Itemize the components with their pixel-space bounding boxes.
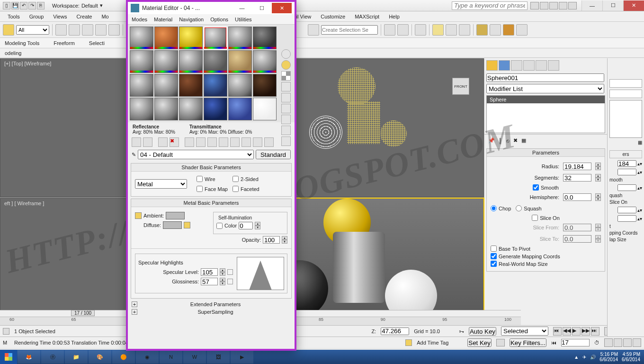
selfillum-spinner[interactable]: ▲▼ [255, 222, 260, 229]
material-slot[interactable] [253, 27, 277, 49]
make-unique-icon[interactable]: ⎋ [506, 138, 510, 144]
show-end-icon[interactable]: ║ [499, 138, 502, 144]
gloss-spinner[interactable]: ▲▼ [220, 278, 225, 285]
redo-icon[interactable]: ↷ [28, 2, 36, 9]
segments-input[interactable] [563, 174, 591, 182]
opacity-spinner[interactable]: ▲▼ [282, 236, 287, 244]
me-maximize-button[interactable]: ☐ [252, 3, 272, 13]
orbit-icon[interactable] [623, 338, 632, 347]
taskbar-photos-icon[interactable]: 🖼 [207, 350, 230, 364]
minimize-button[interactable]: — [581, 0, 602, 11]
hemisphere-spinner[interactable]: ▲▼ [595, 193, 601, 201]
remove-icon[interactable]: ✖ [513, 137, 518, 144]
start-button[interactable] [0, 350, 17, 364]
tray-vol-icon[interactable]: 🔊 [590, 355, 596, 360]
help-search-input[interactable] [452, 1, 528, 10]
add-time-tag[interactable]: Add Time Tag [417, 340, 448, 346]
facemap-checkbox[interactable] [197, 186, 203, 192]
speclevel-map-slot[interactable] [227, 269, 233, 275]
material-slot[interactable] [204, 74, 227, 97]
current-frame-input[interactable] [561, 339, 590, 346]
material-slot[interactable] [154, 27, 178, 49]
menu-modifiers[interactable]: Mo [101, 14, 108, 19]
save-icon[interactable]: 💾 [11, 2, 19, 9]
reset-icon[interactable]: ✖ [170, 137, 179, 147]
pin-strip[interactable]: ▦ [609, 140, 642, 150]
selfillum-input[interactable] [239, 222, 253, 229]
viewport-label[interactable]: [+] [Top] [Wireframe] [4, 61, 51, 66]
material-editor-window[interactable]: Material Editor - 04 - ... — ☐ ✕ Modes M… [126, 0, 296, 351]
render-setup-icon[interactable] [476, 24, 488, 36]
speclevel-spinner[interactable]: ▲▼ [220, 268, 225, 276]
object-name-input[interactable] [486, 73, 604, 82]
teapot-icon[interactable] [516, 24, 528, 36]
material-slot[interactable] [253, 50, 277, 73]
viewport-label[interactable]: eft ] [ Wireframe ] [4, 200, 44, 206]
material-slot[interactable] [154, 50, 178, 73]
material-slot[interactable] [179, 27, 203, 49]
shader-type-select[interactable]: Metal [135, 179, 187, 189]
backlight-icon[interactable] [281, 60, 291, 70]
create-tab-icon[interactable] [486, 60, 498, 71]
show-end-icon[interactable] [242, 137, 251, 147]
taskbar-explorer-icon[interactable]: 📁 [65, 350, 88, 364]
workspace-selector[interactable]: Workspace: Default ▾ [47, 2, 107, 9]
taskbar-media-icon[interactable]: ▶ [231, 350, 253, 364]
chop-radio[interactable] [491, 205, 497, 211]
menu-create[interactable]: Create [76, 14, 92, 19]
time-slider-badge[interactable]: 17 / 100 [71, 310, 95, 316]
me-menu-navigation[interactable]: Navigation [179, 17, 204, 22]
sample-type-icon[interactable] [281, 49, 291, 59]
select-by-mat-icon[interactable] [281, 126, 291, 135]
supersampling-rollout[interactable]: +SuperSampling [128, 308, 295, 316]
me-minimize-button[interactable]: — [232, 3, 252, 13]
get-material-icon[interactable] [132, 137, 141, 147]
zoom-ext-icon[interactable] [604, 338, 613, 347]
material-slot[interactable] [253, 98, 277, 120]
help-icon[interactable] [568, 2, 577, 9]
system-tray[interactable]: ▲ ✈ 🔊 5:16 PM 6/6/2014 4:59 PM 6/6/2014 [570, 352, 644, 362]
material-slot[interactable] [130, 98, 153, 120]
tray-up-icon[interactable]: ▲ [574, 355, 579, 360]
sample-uv-icon[interactable] [281, 82, 291, 91]
faceted-checkbox[interactable] [233, 186, 239, 192]
ribbon-freeform[interactable]: Freeform [54, 40, 75, 46]
rollout-header[interactable]: Shader Basic Parameters [131, 164, 291, 172]
material-slot[interactable] [179, 74, 203, 97]
ambient-swatch[interactable] [166, 212, 185, 219]
taskbar-word-icon[interactable]: W [183, 350, 206, 364]
scene-cylinder[interactable] [333, 232, 385, 303]
put-to-lib-icon[interactable] [207, 137, 217, 147]
menu-maxscript[interactable]: MAXScript [355, 14, 379, 19]
material-editor-icon[interactable] [459, 24, 470, 36]
background-icon[interactable] [281, 71, 291, 81]
material-slot[interactable] [253, 74, 277, 97]
selection-filter[interactable]: All [16, 25, 49, 35]
selection-set-input[interactable] [321, 25, 378, 35]
material-slot[interactable] [179, 98, 203, 120]
modifier-stack[interactable]: Sphere [486, 95, 605, 133]
radius-input[interactable] [563, 163, 591, 170]
go-sibling-icon[interactable] [264, 137, 274, 147]
modify-tab-icon[interactable] [499, 60, 510, 71]
speclevel-input[interactable] [201, 268, 218, 276]
me-menu-modes[interactable]: Modes [132, 17, 147, 22]
mirror-icon[interactable] [384, 24, 395, 36]
window-crossing-icon[interactable] [95, 24, 107, 36]
setkey-button[interactable]: Set Key [467, 338, 492, 347]
material-slot[interactable] [228, 74, 252, 97]
prev-frame-icon[interactable]: ⏮ [551, 340, 556, 346]
squash-radio[interactable] [516, 205, 522, 211]
material-slot[interactable] [204, 50, 227, 73]
val-strip5[interactable] [617, 215, 636, 222]
scene-object-cylinder[interactable] [347, 101, 380, 144]
menu-help[interactable]: Help [389, 14, 400, 19]
twosided-checkbox[interactable] [233, 176, 239, 182]
goto-start-icon[interactable]: ⏮ [553, 327, 562, 336]
taskbar-app-icon[interactable]: 🟠 [112, 350, 135, 364]
realworld-checkbox[interactable] [491, 261, 497, 267]
material-slot[interactable] [228, 50, 252, 73]
select-icon[interactable] [55, 24, 67, 36]
scene-object-sphere[interactable] [338, 67, 376, 105]
opacity-input[interactable] [263, 236, 280, 244]
